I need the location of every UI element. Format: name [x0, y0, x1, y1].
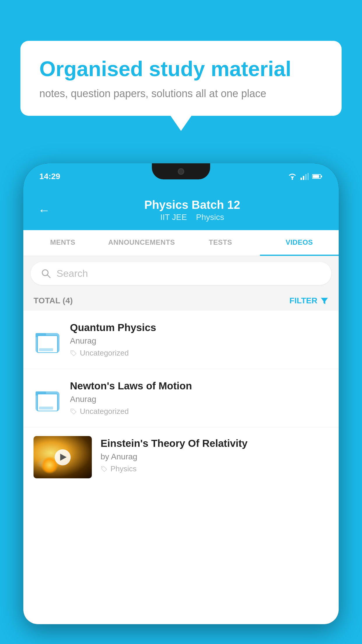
video-tag: Physics [101, 464, 328, 473]
wifi-icon [288, 173, 297, 180]
svg-rect-3 [303, 176, 304, 180]
batch-title: Physics Batch 12 [60, 198, 324, 211]
filter-button[interactable]: FILTER [289, 296, 328, 305]
svg-point-12 [72, 351, 73, 352]
video-tag: Uncategorized [70, 407, 328, 416]
svg-rect-7 [321, 176, 322, 177]
notch [152, 163, 210, 179]
folder-line [39, 407, 53, 410]
status-icons [288, 173, 323, 180]
tag-icon [101, 466, 108, 473]
search-container: Search [23, 256, 339, 291]
tag-icon [70, 408, 77, 415]
status-time: 14:29 [39, 172, 60, 181]
app-header: ← Physics Batch 12 IIT JEE Physics [23, 190, 339, 230]
svg-line-10 [47, 275, 50, 278]
svg-point-14 [102, 467, 103, 468]
search-placeholder: Search [57, 268, 88, 279]
battery-icon [312, 174, 323, 179]
folder-icon [36, 327, 59, 353]
svg-marker-11 [321, 298, 328, 304]
tab-tests[interactable]: TESTS [181, 230, 260, 256]
svg-point-13 [72, 410, 73, 411]
phone-wrapper: 14:29 [23, 163, 339, 644]
folder-icon [36, 385, 59, 411]
video-author: Anurag [70, 336, 328, 346]
search-bar[interactable]: Search [31, 262, 331, 285]
status-bar: 14:29 [23, 163, 339, 190]
play-triangle-icon [60, 454, 66, 461]
bubble-title: Organised study material [39, 57, 323, 81]
video-title: Quantum Physics [70, 322, 328, 333]
svg-rect-4 [305, 174, 307, 180]
video-title: Einstein's Theory Of Relativity [101, 438, 328, 449]
video-info: Quantum Physics Anurag Uncategorized [70, 322, 328, 358]
svg-rect-8 [313, 175, 319, 178]
video-info: Einstein's Theory Of Relativity by Anura… [101, 436, 328, 473]
signal-icon [301, 173, 309, 180]
bubble-subtitle: notes, question papers, solutions all at… [39, 88, 323, 100]
tab-announcements[interactable]: ANNOUNCEMENTS [102, 230, 181, 256]
tab-ments[interactable]: MENTS [23, 230, 102, 256]
video-list: Quantum Physics Anurag Uncategorized [23, 311, 339, 487]
search-icon [41, 268, 51, 279]
video-tag: Uncategorized [70, 349, 328, 358]
list-item[interactable]: Quantum Physics Anurag Uncategorized [23, 311, 339, 369]
folder-icon-container [34, 324, 61, 356]
tab-videos[interactable]: VIDEOS [260, 230, 339, 256]
subtitle-physics: Physics [196, 213, 224, 222]
video-info: Newton's Laws of Motion Anurag Uncategor… [70, 380, 328, 416]
folder-line [39, 348, 53, 351]
total-count: TOTAL (4) [34, 296, 73, 305]
tag-icon [70, 350, 77, 357]
tabs-bar: MENTS ANNOUNCEMENTS TESTS VIDEOS [23, 230, 339, 256]
list-item[interactable]: Einstein's Theory Of Relativity by Anura… [23, 427, 339, 487]
filter-icon [320, 297, 328, 305]
phone-frame: 14:29 [23, 163, 339, 624]
speech-bubble: Organised study material notes, question… [20, 41, 342, 116]
back-button[interactable]: ← [38, 203, 50, 217]
video-thumbnail [34, 436, 92, 478]
svg-rect-5 [307, 173, 309, 180]
speech-bubble-container: Organised study material notes, question… [20, 41, 342, 116]
video-author: by Anurag [101, 452, 328, 461]
video-author: Anurag [70, 395, 328, 404]
play-button[interactable] [55, 449, 71, 465]
batch-subtitle: IIT JEE Physics [60, 213, 324, 222]
svg-point-1 [292, 178, 293, 180]
filter-bar: TOTAL (4) FILTER [23, 291, 339, 311]
subtitle-iitjee: IIT JEE [160, 213, 187, 222]
folder-icon-container [34, 382, 61, 414]
camera-notch [178, 168, 184, 175]
video-title: Newton's Laws of Motion [70, 380, 328, 392]
phone-screen: ← Physics Batch 12 IIT JEE Physics MENTS… [23, 190, 339, 624]
svg-rect-2 [301, 178, 302, 180]
list-item[interactable]: Newton's Laws of Motion Anurag Uncategor… [23, 369, 339, 427]
header-title-block: Physics Batch 12 IIT JEE Physics [60, 198, 324, 222]
